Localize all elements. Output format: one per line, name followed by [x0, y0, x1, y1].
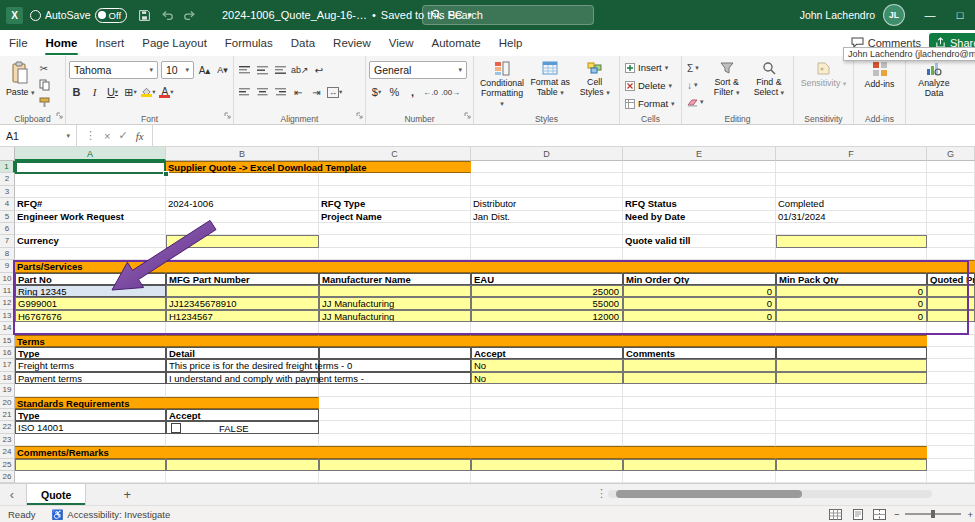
cell-F24[interactable]: [776, 446, 927, 458]
cell-E3[interactable]: [623, 186, 776, 198]
column-header-B[interactable]: B: [166, 147, 319, 161]
cell-F6[interactable]: [776, 223, 927, 235]
cell-C4[interactable]: RFQ Type: [319, 198, 471, 210]
autosum-button[interactable]: Σ▾: [687, 61, 704, 75]
row-header-3[interactable]: 3: [0, 186, 15, 198]
cell-G15[interactable]: [927, 335, 975, 347]
tab-formulas[interactable]: Formulas: [216, 30, 282, 56]
clipboard-dialog-launcher[interactable]: [56, 105, 63, 123]
borders-button[interactable]: ⊞▾: [123, 83, 138, 101]
cell-C2[interactable]: [319, 173, 471, 185]
cell-G7[interactable]: [927, 235, 975, 247]
cell-C25[interactable]: [319, 459, 471, 471]
tab-automate[interactable]: Automate: [423, 30, 490, 56]
cell-F20[interactable]: [776, 397, 927, 409]
cell-B23[interactable]: [166, 434, 319, 446]
cell-B15[interactable]: [166, 335, 319, 347]
cell-A6[interactable]: [15, 223, 166, 235]
cell-E9[interactable]: [623, 260, 776, 272]
cell-C10[interactable]: Manufacturer Name: [319, 273, 471, 285]
cell-E1[interactable]: [623, 161, 776, 173]
increase-font-button[interactable]: A▴: [197, 61, 212, 79]
cell-D23[interactable]: [471, 434, 623, 446]
cell-F11[interactable]: 0: [776, 285, 927, 297]
cell-D15[interactable]: [471, 335, 623, 347]
row-header-4[interactable]: 4: [0, 198, 15, 210]
fill-color-button[interactable]: ▾: [141, 83, 156, 101]
cell-B19[interactable]: [166, 384, 319, 396]
font-family-select[interactable]: Tahoma▾: [69, 61, 158, 79]
column-header-C[interactable]: C: [319, 147, 471, 161]
cell-E8[interactable]: [623, 248, 776, 260]
cell-F21[interactable]: [776, 409, 927, 421]
analyze-data-button[interactable]: Analyze Data: [909, 59, 959, 113]
cell-F5[interactable]: 01/31/2024: [776, 211, 927, 223]
cell-G16[interactable]: [927, 347, 975, 359]
cell-A15[interactable]: Terms: [15, 335, 166, 347]
bold-button[interactable]: B: [69, 83, 84, 101]
zoom-in-button[interactable]: +: [967, 509, 973, 520]
cell-C14[interactable]: [319, 322, 471, 334]
insert-cells-button[interactable]: Insert▾: [623, 59, 678, 76]
column-header-A[interactable]: A: [15, 147, 166, 161]
row-header-1[interactable]: 1: [0, 161, 15, 173]
cell-C7[interactable]: [319, 235, 471, 247]
decrease-indent-button[interactable]: ⇤: [291, 83, 306, 101]
new-sheet-button[interactable]: +: [116, 487, 138, 502]
cell-D13[interactable]: 12000: [471, 310, 623, 322]
font-color-button[interactable]: A▾: [159, 83, 174, 101]
cell-D9[interactable]: [471, 260, 623, 272]
fill-handle[interactable]: [163, 171, 169, 177]
cut-icon[interactable]: ✂: [39, 61, 50, 75]
conditional-formatting-button[interactable]: Conditional Formatting ▾: [477, 59, 527, 113]
column-header-F[interactable]: F: [776, 147, 927, 161]
row-header-20[interactable]: 20: [0, 397, 15, 409]
cell-G10[interactable]: Quoted Pr: [927, 273, 975, 285]
cell-C8[interactable]: [319, 248, 471, 260]
row-header-8[interactable]: 8: [0, 248, 15, 260]
sheet-tab-quote[interactable]: Quote: [26, 484, 86, 505]
row-header-21[interactable]: 21: [0, 409, 15, 421]
cell-A3[interactable]: [15, 186, 166, 198]
format-painter-icon[interactable]: [39, 95, 50, 109]
row-header-7[interactable]: 7: [0, 235, 15, 247]
cell-F26[interactable]: [776, 471, 927, 483]
decrease-font-button[interactable]: A▾: [215, 61, 230, 79]
cell-A1[interactable]: [15, 161, 166, 173]
cell-G9[interactable]: [927, 260, 975, 272]
cell-G12[interactable]: [927, 297, 975, 309]
cell-F23[interactable]: [776, 434, 927, 446]
row-header-11[interactable]: 11: [0, 285, 15, 297]
cell-F19[interactable]: [776, 384, 927, 396]
row-header-5[interactable]: 5: [0, 211, 15, 223]
cell-B17[interactable]: This price is for the desired freight te…: [166, 359, 319, 371]
cell-C19[interactable]: [319, 384, 471, 396]
cell-B4[interactable]: 2024-1006: [166, 198, 319, 210]
cell-E20[interactable]: [623, 397, 776, 409]
cell-E6[interactable]: [623, 223, 776, 235]
cell-F25[interactable]: [776, 459, 927, 471]
cell-E24[interactable]: [623, 446, 776, 458]
column-header-E[interactable]: E: [623, 147, 776, 161]
cell-C16[interactable]: [319, 347, 471, 359]
align-left-button[interactable]: [237, 83, 252, 101]
cell-A24[interactable]: Comments/Remarks: [15, 446, 166, 458]
row-header-16[interactable]: 16: [0, 347, 15, 359]
normal-view-button[interactable]: [828, 508, 844, 521]
cell-F22[interactable]: [776, 421, 927, 433]
cell-G1[interactable]: [927, 161, 975, 173]
cell-C5[interactable]: Project Name: [319, 211, 471, 223]
cell-E16[interactable]: Comments: [623, 347, 776, 359]
sensitivity-button[interactable]: Sensitivity ▾: [797, 59, 850, 113]
cell-A9[interactable]: Parts/Services: [15, 260, 166, 272]
cell-G22[interactable]: [927, 421, 975, 433]
cell-A19[interactable]: [15, 384, 166, 396]
cell-D14[interactable]: [471, 322, 623, 334]
row-header-10[interactable]: 10: [0, 273, 15, 285]
align-center-button[interactable]: [255, 83, 270, 101]
cell-A26[interactable]: [15, 471, 166, 483]
paste-button[interactable]: Paste ▾: [3, 59, 37, 113]
cell-F14[interactable]: [776, 322, 927, 334]
cell-D7[interactable]: [471, 235, 623, 247]
cell-B20[interactable]: [166, 397, 319, 409]
